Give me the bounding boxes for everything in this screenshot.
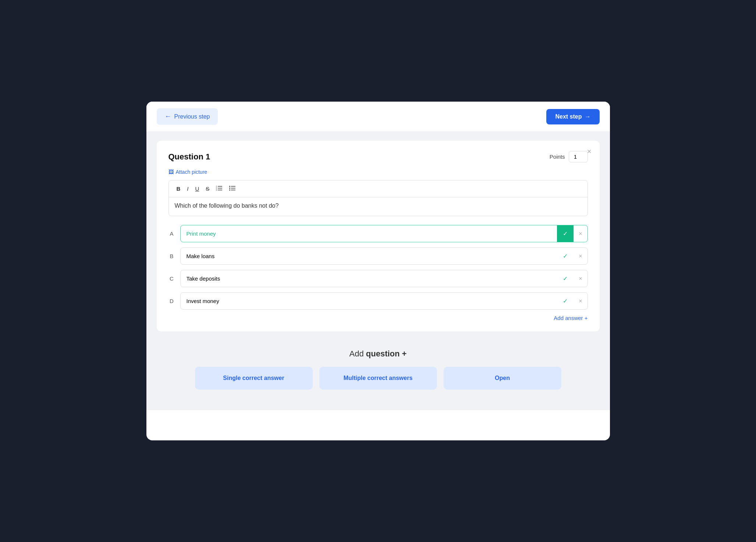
answer-delete-button[interactable]: ×	[574, 248, 587, 264]
bold-button[interactable]: B	[174, 184, 183, 193]
points-container: Points	[550, 151, 588, 162]
main-container: ← Previous step Next step → × Question 1…	[146, 102, 610, 440]
prev-step-label: Previous step	[174, 113, 210, 120]
question-text-editor[interactable]: Which of the following do banks not do?	[169, 197, 588, 216]
question-type-button-1[interactable]: Multiple correct answers	[319, 367, 437, 390]
answer-input-wrap: ✓×	[180, 292, 588, 310]
answer-text-input[interactable]	[181, 293, 557, 309]
svg-text:3: 3	[216, 189, 217, 191]
answer-delete-button[interactable]: ×	[574, 226, 587, 242]
italic-button[interactable]: I	[184, 184, 191, 193]
attach-picture-button[interactable]: 🖼 Attach picture	[168, 169, 207, 175]
prev-arrow-icon: ←	[165, 113, 171, 120]
answer-input-wrap: ✓×	[180, 225, 588, 242]
answer-row: A✓×	[168, 225, 588, 242]
add-answer-container: Add answer +	[168, 315, 588, 321]
svg-point-10	[229, 188, 230, 189]
answers-container: A✓×B✓×C✓×D✓×	[168, 225, 588, 310]
answer-label: B	[168, 253, 175, 259]
answer-text-input[interactable]	[181, 248, 557, 264]
answer-label: A	[168, 230, 175, 237]
next-arrow-icon: →	[585, 113, 591, 120]
answer-delete-button[interactable]: ×	[574, 271, 587, 287]
answer-text-input[interactable]	[181, 271, 557, 286]
question-type-buttons: Single correct answerMultiple correct an…	[168, 367, 588, 390]
add-question-bold: question +	[366, 349, 407, 358]
editor-container: B I U S 1 2 3	[168, 180, 588, 216]
answer-check-button[interactable]: ✓	[557, 293, 574, 309]
add-question-title: Add question +	[168, 349, 588, 359]
answer-text-input[interactable]	[181, 226, 557, 242]
svg-point-11	[229, 190, 230, 191]
answer-label: D	[168, 298, 175, 304]
close-button[interactable]: ×	[587, 147, 592, 156]
underline-button[interactable]: U	[193, 184, 202, 193]
svg-point-9	[229, 186, 230, 187]
add-question-card: Add question + Single correct answerMult…	[157, 339, 600, 400]
question-header: Question 1 Points	[168, 151, 588, 162]
top-nav: ← Previous step Next step →	[146, 102, 610, 132]
question-title: Question 1	[168, 152, 210, 162]
points-input[interactable]	[569, 151, 588, 162]
question-card: × Question 1 Points 🖼 Attach picture B I…	[157, 141, 600, 331]
question-type-button-0[interactable]: Single correct answer	[195, 367, 313, 390]
main-content: × Question 1 Points 🖼 Attach picture B I…	[146, 132, 610, 410]
answer-input-wrap: ✓×	[180, 247, 588, 265]
answer-check-button[interactable]: ✓	[557, 270, 574, 287]
editor-toolbar: B I U S 1 2 3	[169, 180, 588, 197]
add-answer-button[interactable]: Add answer +	[554, 315, 588, 321]
answer-row: C✓×	[168, 270, 588, 287]
ordered-list-button[interactable]: 1 2 3	[213, 184, 225, 193]
answer-row: D✓×	[168, 292, 588, 310]
points-label: Points	[550, 154, 565, 160]
answer-delete-button[interactable]: ×	[574, 293, 587, 309]
image-icon: 🖼	[168, 169, 174, 175]
next-step-label: Next step	[555, 113, 582, 120]
next-step-button[interactable]: Next step →	[546, 109, 599, 124]
strikethrough-button[interactable]: S	[203, 184, 212, 193]
answer-row: B✓×	[168, 247, 588, 265]
answer-check-button[interactable]: ✓	[557, 225, 574, 242]
question-text: Which of the following do banks not do?	[175, 203, 279, 209]
question-type-button-2[interactable]: Open	[444, 367, 561, 390]
unordered-list-button[interactable]	[227, 184, 238, 193]
answer-check-button[interactable]: ✓	[557, 248, 574, 264]
answer-input-wrap: ✓×	[180, 270, 588, 287]
answer-label: C	[168, 275, 175, 282]
attach-picture-label: Attach picture	[176, 169, 207, 175]
add-question-plain: Add	[349, 349, 366, 358]
prev-step-button[interactable]: ← Previous step	[157, 108, 218, 125]
